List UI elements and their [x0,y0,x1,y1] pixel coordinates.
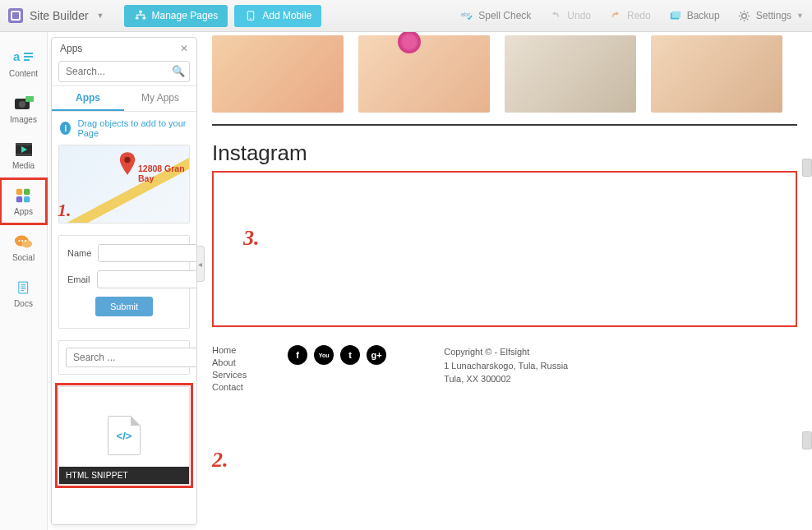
search-widget-card[interactable]: 🔍 [58,340,190,375]
svg-point-4 [251,18,252,20]
html-snippet-card[interactable]: </> HTML SNIPPET [58,386,190,485]
page-canvas[interactable]: ◂ Instagram Home About Services Contact … [197,32,812,530]
gallery-image[interactable] [358,35,490,113]
main-area: a Content Images Media Apps Soc [0,32,812,530]
svg-rect-27 [16,154,32,156]
add-mobile-button[interactable]: Add Mobile [234,5,321,27]
svg-text:abc: abc [461,12,471,17]
tab-apps[interactable]: Apps [52,86,124,111]
svg-point-33 [21,240,32,247]
section-handle-icon[interactable] [802,159,812,177]
redo-button[interactable]: Redo [609,9,651,22]
apps-icon [13,187,35,205]
copyright-line: Tula, XX 300002 [444,372,568,386]
svg-point-36 [24,240,25,242]
gallery-image[interactable] [505,35,636,113]
close-icon[interactable]: ✕ [178,43,190,54]
rail-social[interactable]: Social [0,224,47,270]
rail-apps[interactable]: Apps [0,178,47,224]
spellcheck-icon: abc [460,9,473,22]
google-plus-icon[interactable]: g+ [367,345,386,365]
undo-button[interactable]: Undo [549,9,591,22]
undo-label: Undo [567,10,591,21]
svg-rect-29 [24,189,30,195]
svg-line-14 [747,18,748,19]
footer-social: f You t g+ [288,345,386,365]
form-name-input[interactable] [98,244,196,262]
gallery-image[interactable] [651,35,782,113]
app-logo-icon [8,8,23,23]
form-submit-button[interactable]: Submit [95,297,153,316]
svg-rect-40 [21,288,25,289]
rail-social-label: Social [12,253,35,262]
redo-icon [609,9,622,22]
info-icon: i [60,122,71,135]
settings-button[interactable]: Settings ▼ [738,9,804,22]
svg-rect-2 [142,17,145,20]
rail-media-label: Media [12,161,35,170]
gallery-image[interactable] [212,35,344,113]
footer-link-home[interactable]: Home [212,345,247,355]
svg-rect-31 [24,196,30,202]
svg-rect-0 [139,11,142,13]
left-rail: a Content Images Media Apps Soc [0,32,48,530]
backup-button[interactable]: Backup [669,9,720,22]
svg-rect-1 [135,17,138,20]
search-widget-input[interactable] [66,348,196,367]
tab-my-apps[interactable]: My Apps [124,86,196,111]
rail-images[interactable]: Images [0,86,47,132]
manage-pages-button[interactable]: Manage Pages [124,5,228,27]
panel-body: 12808 Gran Bay Name Email Submit 🔍 [52,145,196,524]
html-snippet-label: HTML SNIPPET [59,467,189,484]
form-widget-card[interactable]: Name Email Submit [58,235,190,329]
footer-link-about[interactable]: About [212,357,247,367]
youtube-icon[interactable]: You [314,345,334,365]
form-name-label: Name [67,248,91,258]
twitter-icon[interactable]: t [340,345,360,365]
svg-point-42 [124,157,130,163]
svg-point-34 [18,240,20,242]
apps-panel: Apps ✕ 🔍 Apps My Apps i Drag objects to … [51,37,197,525]
gear-icon [738,9,751,22]
svg-rect-19 [24,56,33,58]
svg-rect-38 [21,284,25,285]
instagram-drop-zone[interactable] [212,171,797,327]
image-gallery [197,32,812,113]
copyright-line: 1 Lunacharskogo, Tula, Russia [444,359,568,373]
footer-link-contact[interactable]: Contact [212,382,247,392]
map-widget-card[interactable]: 12808 Gran Bay [58,145,190,224]
panel-tabs: Apps My Apps [52,85,196,112]
panel-search-input[interactable] [58,61,190,82]
panel-collapse-handle[interactable]: ◂ [197,246,205,282]
svg-point-35 [21,240,23,242]
svg-rect-18 [24,53,33,54]
form-email-label: Email [67,274,90,284]
search-icon[interactable]: 🔍 [172,65,185,77]
svg-rect-7 [671,12,681,18]
rail-content-label: Content [9,69,38,78]
backup-label: Backup [687,10,720,21]
svg-rect-37 [18,282,27,293]
settings-label: Settings [756,10,791,21]
media-icon [13,141,35,159]
spell-check-button[interactable]: abc Spell Check [460,9,531,22]
footer-copyright: Copyright © - Elfsight 1 Lunacharskogo, … [444,345,568,386]
svg-rect-28 [16,189,21,195]
code-file-icon: </> [108,416,141,455]
backup-icon [669,9,682,22]
annotation-2: 2. [212,448,228,472]
footer-link-services[interactable]: Services [212,370,247,380]
app-title[interactable]: Site Builder [30,9,89,22]
top-toolbar: Site Builder ▼ Manage Pages Add Mobile a… [0,0,812,32]
toolbar-right: abc Spell Check Undo Redo Backup [460,9,804,22]
section-handle-icon[interactable] [802,431,812,449]
rail-docs[interactable]: Docs [0,270,47,316]
facebook-icon[interactable]: f [288,345,307,365]
form-email-input[interactable] [97,270,196,288]
chevron-down-icon[interactable]: ▼ [97,12,104,20]
rail-media[interactable]: Media [0,132,47,178]
images-icon [13,94,35,113]
content-icon: a [13,48,35,67]
svg-text:a: a [13,49,21,63]
rail-content[interactable]: a Content [0,40,47,86]
